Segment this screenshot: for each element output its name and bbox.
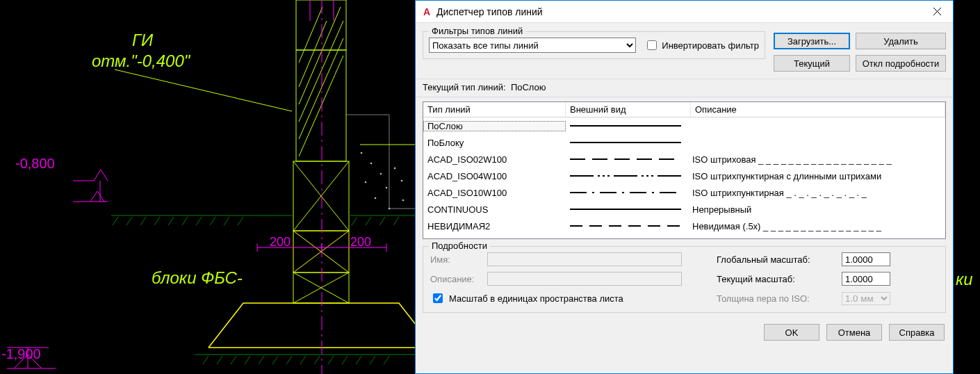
svg-point-62 [375, 197, 377, 200]
linetype-name: ACAD_ISO10W100 [423, 188, 566, 198]
col-header-appearance[interactable]: Внешний вид [566, 102, 691, 117]
svg-point-57 [361, 152, 363, 154]
filters-group: Фильтры типов линий Показать все типы ли… [423, 31, 765, 59]
col-header-desc[interactable]: Описание [691, 102, 945, 117]
global-scale-input[interactable] [842, 252, 890, 266]
svg-line-22 [113, 217, 118, 225]
svg-line-48 [342, 356, 348, 364]
svg-line-40 [231, 356, 236, 364]
svg-rect-0 [296, 0, 346, 50]
svg-line-41 [245, 356, 250, 364]
svg-line-6 [299, 21, 327, 87]
svg-line-39 [217, 356, 222, 364]
svg-line-42 [259, 356, 264, 364]
details-desc-input [487, 272, 682, 286]
linetype-swatch [566, 138, 691, 147]
invert-filter-checkbox[interactable] [647, 40, 657, 50]
svg-line-26 [168, 217, 174, 225]
linetype-name: ACAD_ISO04W100 [423, 171, 566, 181]
linetype-desc: Невидимая (.5x) _ _ _ _ _ _ _ _ _ _ _ _ … [691, 221, 945, 231]
linetype-name: ПоБлоку [423, 138, 566, 148]
linetype-swatch [566, 188, 691, 197]
table-row[interactable]: ACAD_ISO02W100ISO штриховая _ _ _ _ _ _ … [423, 151, 945, 168]
svg-line-27 [182, 217, 188, 225]
svg-line-36 [393, 217, 399, 225]
paperspace-units-checkbox[interactable] [433, 293, 443, 303]
filter-select[interactable]: Показать все типы линий [429, 38, 636, 53]
titlebar[interactable]: A Диспетчер типов линий [416, 1, 953, 23]
linetype-name: ПоСлою [423, 121, 566, 131]
svg-line-31 [238, 217, 243, 225]
cad-dim-200a: 200 [270, 235, 291, 250]
svg-line-7 [299, 7, 322, 63]
svg-point-60 [365, 181, 367, 184]
svg-line-45 [300, 356, 306, 364]
help-button[interactable]: Справка [889, 324, 945, 341]
svg-point-63 [394, 168, 396, 170]
linetype-swatch [566, 222, 691, 230]
table-row[interactable]: ACAD_ISO10W100ISO штрихпунктирная _ . _ … [423, 184, 945, 201]
linetype-swatch [566, 155, 691, 163]
invert-filter-label[interactable]: Инвертировать фильтр [644, 38, 759, 52]
table-row[interactable]: CONTINUOUSНепрерывный [423, 201, 945, 218]
svg-line-35 [379, 217, 385, 225]
svg-line-71 [115, 70, 292, 111]
current-scale-input[interactable] [842, 272, 890, 286]
svg-line-49 [356, 356, 361, 364]
linetype-name: CONTINUOUS [423, 204, 566, 215]
svg-line-23 [126, 217, 132, 225]
col-header-name[interactable]: Тип линий [423, 102, 566, 117]
svg-line-33 [352, 217, 357, 225]
svg-line-29 [210, 217, 215, 225]
table-row[interactable]: НЕВИДИМАЯ2Невидимая (.5x) _ _ _ _ _ _ _ … [423, 218, 945, 234]
cad-label-blocks: блоки ФБС- [152, 268, 243, 288]
svg-point-59 [380, 173, 382, 175]
details-group: Подробности Имя: Глобальный масштаб: Опи… [423, 246, 946, 313]
delete-button[interactable]: Удалить [856, 33, 946, 49]
dialog-title: Диспетчер типов линий [436, 6, 917, 17]
svg-line-5 [299, 7, 341, 104]
top-button-stack: Загрузить... Удалить Текущий Откл подроб… [774, 26, 946, 73]
linetype-swatch [566, 172, 691, 180]
linetype-desc: ISO штрихпунктирная с длинными штрихами [691, 171, 945, 181]
close-button[interactable] [921, 1, 953, 23]
ok-button[interactable]: OK [764, 324, 819, 341]
table-row[interactable]: ACAD_ISO04W100ISO штрихпунктирная с длин… [423, 168, 945, 184]
linetype-swatch [566, 122, 691, 130]
cad-dim-neg1900: -1,900 [1, 346, 41, 362]
paperspace-units-label[interactable]: Масштаб в единицах пространства листа [430, 291, 623, 305]
svg-point-58 [370, 163, 373, 165]
svg-line-46 [314, 356, 320, 364]
table-row[interactable]: ПоСлою [423, 117, 945, 134]
cad-label-mark: отм."-0,400" [92, 51, 190, 71]
svg-line-51 [384, 356, 389, 364]
load-button[interactable]: Загрузить... [774, 33, 850, 49]
iso-pen-select: 1.0 мм [842, 292, 890, 305]
svg-point-65 [389, 208, 391, 210]
table-row[interactable]: ПоБлоку [423, 134, 945, 151]
svg-line-38 [203, 356, 209, 364]
svg-line-50 [370, 356, 375, 364]
linetype-desc: ISO штриховая _ _ _ _ _ _ _ _ _ _ _ _ _ … [691, 154, 945, 165]
linetype-table[interactable]: Тип линий Внешний вид Описание ПоСлоюПоБ… [423, 101, 946, 239]
svg-line-43 [272, 356, 278, 364]
current-button[interactable]: Текущий [774, 55, 850, 72]
svg-line-30 [224, 217, 229, 225]
details-desc-label: Описание: [430, 274, 479, 284]
linetype-desc: ISO штрихпунктирная _ . _ . _ . _ . _ . … [691, 188, 945, 198]
hide-details-button[interactable]: Откл подробности [856, 55, 946, 72]
svg-line-44 [286, 356, 292, 364]
cad-dim-neg0800: -0,800 [15, 156, 55, 172]
details-legend: Подробности [429, 241, 490, 251]
close-icon [933, 8, 941, 15]
linetype-table-header[interactable]: Тип линий Внешний вид Описание [423, 102, 945, 117]
dialog-button-row: OK Отмена Справка [416, 318, 953, 348]
filters-legend: Фильтры типов линий [429, 26, 525, 36]
svg-point-61 [386, 187, 388, 189]
cancel-button[interactable]: Отмена [826, 324, 882, 341]
svg-line-24 [140, 217, 146, 225]
details-name-label: Имя: [430, 254, 479, 265]
linetype-manager-dialog: A Диспетчер типов линий Фильтры типов ли… [415, 0, 954, 374]
current-linetype-row: Текущий тип линий: ПоСлою [416, 79, 953, 97]
cad-dim-200b: 200 [350, 235, 371, 250]
